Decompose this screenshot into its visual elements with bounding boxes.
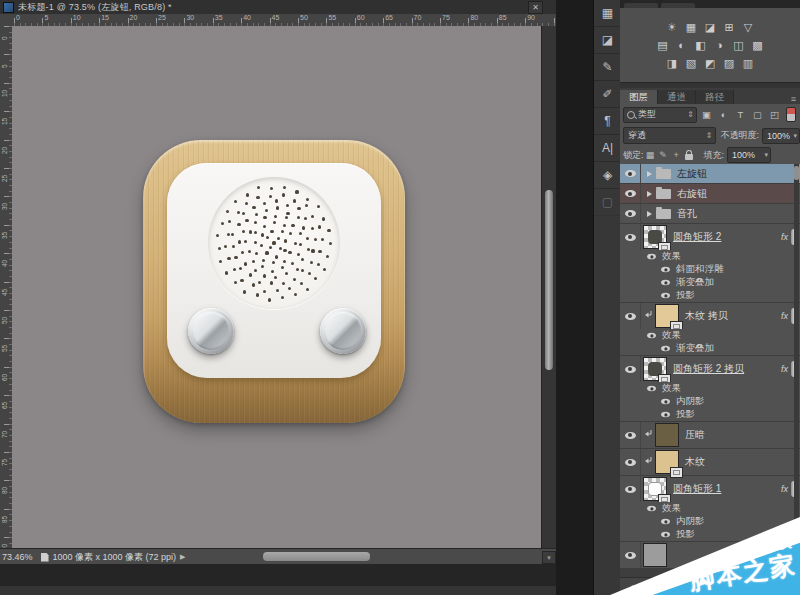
layer-row[interactable]: 木纹 — [620, 449, 800, 475]
layer-thumbnail[interactable] — [656, 451, 678, 473]
visibility-eye-icon[interactable] — [661, 346, 670, 352]
expand-triangle-icon[interactable] — [647, 171, 652, 177]
layer-name[interactable]: 压暗 — [685, 428, 705, 442]
filter-adjustment-layers-icon[interactable]: ◐ — [716, 108, 731, 122]
horizontal-scrollbar-thumb[interactable] — [263, 552, 370, 561]
scrollbar-corner-icon[interactable]: ▾ — [542, 551, 556, 564]
filter-toggle-switch[interactable] — [786, 107, 796, 122]
effect-name[interactable]: 内阴影 — [676, 515, 705, 528]
visibility-cell[interactable] — [620, 224, 641, 250]
posterize-icon[interactable]: ▧ — [683, 56, 700, 71]
effect-name[interactable]: 渐变叠加 — [676, 276, 714, 289]
invert-icon[interactable]: ◨ — [664, 56, 681, 71]
layer-row[interactable]: 圆角矩形 2fx — [620, 224, 800, 250]
lock-transparency-icon[interactable]: ▦ — [644, 150, 657, 160]
visibility-cell[interactable] — [620, 422, 641, 448]
visibility-cell[interactable] — [620, 542, 641, 568]
effect-row[interactable]: 渐变叠加 — [620, 276, 800, 289]
lock-position-icon[interactable]: + — [670, 150, 683, 160]
channel-mixer-icon[interactable]: ◫ — [730, 38, 747, 53]
group-row[interactable]: 右旋钮 — [620, 184, 800, 203]
effect-row[interactable]: 效果 — [620, 502, 800, 515]
effect-row[interactable]: 投影 — [620, 408, 800, 421]
lock-all-icon[interactable] — [683, 150, 696, 160]
3d-panel-icon[interactable]: ◈ — [594, 162, 621, 189]
lock-paint-icon[interactable]: ✎ — [657, 150, 670, 160]
visibility-eye-icon[interactable] — [625, 459, 636, 466]
selective-color-icon[interactable]: ▥ — [740, 56, 757, 71]
new-layer-icon[interactable]: ▢ — [677, 582, 686, 592]
levels-icon[interactable]: ▦ — [683, 20, 700, 35]
layer-thumbnail[interactable] — [656, 305, 678, 327]
fx-badge[interactable]: fx — [781, 232, 788, 242]
expand-triangle-icon[interactable] — [647, 191, 652, 197]
brush-presets-panel-icon[interactable]: ✐ — [594, 81, 621, 108]
vertical-scrollbar[interactable] — [541, 26, 557, 548]
photo-filter-icon[interactable]: ◑ — [711, 38, 728, 53]
layer-thumbnail[interactable] — [644, 478, 666, 500]
exposure-icon[interactable]: ⊞ — [721, 20, 738, 35]
group-row[interactable]: 音孔 — [620, 204, 800, 223]
group-row[interactable]: 左旋钮 — [620, 164, 800, 183]
visibility-cell[interactable] — [620, 449, 641, 475]
effect-row[interactable]: 渐变叠加 — [620, 342, 800, 355]
effect-row[interactable]: 效果 — [620, 250, 800, 263]
brush-panel-icon[interactable]: ✎ — [594, 54, 621, 81]
opacity-dropdown[interactable]: 100% ▾ — [762, 128, 800, 144]
effect-row[interactable]: 效果 — [620, 382, 800, 395]
effect-name[interactable]: 投影 — [676, 408, 695, 421]
visibility-eye-icon[interactable] — [647, 386, 656, 392]
layer-thumbnail[interactable] — [644, 226, 666, 248]
layer-row[interactable]: 木纹 拷贝fx — [620, 303, 800, 329]
effect-name[interactable]: 投影 — [676, 289, 695, 302]
visibility-eye-icon[interactable] — [625, 234, 636, 241]
tab-通道[interactable]: 通道 — [658, 90, 696, 104]
visibility-eye-icon[interactable] — [647, 506, 656, 512]
close-icon[interactable]: ✕ — [528, 1, 543, 14]
visibility-cell[interactable] — [620, 303, 641, 329]
visibility-cell[interactable] — [620, 204, 641, 223]
visibility-eye-icon[interactable] — [625, 313, 636, 320]
effect-name[interactable]: 斜面和浮雕 — [676, 263, 724, 276]
layer-name[interactable]: 木纹 — [685, 455, 705, 469]
visibility-eye-icon[interactable] — [647, 333, 656, 339]
effect-row[interactable]: 斜面和浮雕 — [620, 263, 800, 276]
effect-name[interactable]: 渐变叠加 — [676, 342, 714, 355]
layer-name[interactable]: 圆角矩形 2 拷贝 — [673, 362, 744, 376]
properties-panel-icon[interactable]: ▢ — [594, 189, 621, 216]
adjustments-panel-icon[interactable]: ▦ — [594, 0, 621, 27]
fill-dropdown[interactable]: 100% ▾ — [727, 147, 771, 163]
visibility-eye-icon[interactable] — [625, 190, 636, 197]
visibility-eye-icon[interactable] — [625, 366, 636, 373]
visibility-eye-icon[interactable] — [647, 254, 656, 260]
paragraph-panel-icon[interactable]: ¶ — [594, 108, 621, 135]
tab-路径[interactable]: 路径 — [696, 90, 734, 104]
visibility-eye-icon[interactable] — [661, 519, 670, 525]
color-lookup-icon[interactable]: ▩ — [749, 38, 766, 53]
fx-badge[interactable]: fx — [781, 311, 788, 321]
layer-name[interactable]: 圆角矩形 2 — [673, 230, 721, 244]
vertical-scrollbar-thumb[interactable] — [545, 190, 553, 370]
layer-name[interactable]: 音孔 — [677, 207, 697, 221]
visibility-eye-icon[interactable] — [625, 210, 636, 217]
effect-row[interactable]: 效果 — [620, 329, 800, 342]
effects-header-label[interactable]: 效果 — [662, 329, 681, 342]
effect-row[interactable]: 投影 — [620, 289, 800, 302]
filter-shape-layers-icon[interactable]: ▢ — [750, 108, 765, 122]
visibility-eye-icon[interactable] — [625, 486, 636, 493]
color-balance-icon[interactable]: ◐ — [673, 38, 690, 53]
brightness-contrast-icon[interactable]: ☀ — [664, 20, 681, 35]
layers-panel-scrollbar[interactable] — [794, 164, 799, 577]
layer-name[interactable]: 左旋钮 — [677, 167, 707, 181]
effect-name[interactable]: 投影 — [676, 528, 695, 541]
layer-row[interactable]: 压暗 — [620, 422, 800, 448]
effect-row[interactable]: 投影 — [620, 528, 800, 541]
tab-图层[interactable]: 图层 — [620, 90, 658, 104]
effects-header-label[interactable]: 效果 — [662, 382, 681, 395]
filter-kind-dropdown[interactable]: 类型 ⇕ — [623, 107, 697, 123]
expand-triangle-icon[interactable] — [647, 211, 652, 217]
layer-name[interactable]: 木纹 拷贝 — [685, 309, 728, 323]
zoom-level[interactable]: 73.46% — [2, 552, 33, 562]
curves-icon[interactable]: ◪ — [702, 20, 719, 35]
filter-smart-objects-icon[interactable]: ◰ — [767, 108, 782, 122]
